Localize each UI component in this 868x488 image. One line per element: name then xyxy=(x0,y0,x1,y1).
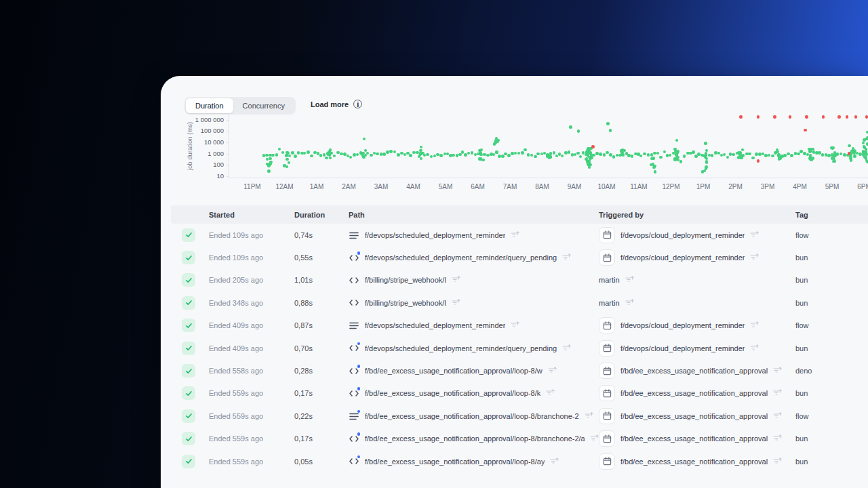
data-point[interactable] xyxy=(764,154,768,157)
data-point[interactable] xyxy=(843,153,846,157)
data-point[interactable] xyxy=(751,157,755,160)
table-row[interactable]: Ended 348s ago 0,88s f/billing/stripe_we… xyxy=(171,291,868,314)
data-point[interactable] xyxy=(810,148,813,151)
data-point[interactable] xyxy=(800,150,803,153)
path-link[interactable]: f/devops/scheduled_deployment_reminder xyxy=(365,231,505,239)
trigger-link[interactable]: f/bd/ee_excess_usage_notification_approv… xyxy=(620,389,768,397)
data-point[interactable] xyxy=(656,152,660,155)
data-point[interactable] xyxy=(669,154,672,157)
data-point[interactable] xyxy=(452,154,455,157)
table-row[interactable]: Ended 559s ago 0,17s f/bd/ee_excess_usag… xyxy=(171,428,868,450)
data-point[interactable] xyxy=(705,157,709,161)
data-point[interactable] xyxy=(517,152,521,155)
data-point[interactable] xyxy=(303,152,307,155)
data-point[interactable] xyxy=(853,155,856,158)
data-point[interactable] xyxy=(483,153,486,157)
data-point[interactable] xyxy=(568,150,571,154)
data-point[interactable] xyxy=(439,154,443,157)
data-point[interactable] xyxy=(420,146,423,149)
data-point[interactable] xyxy=(654,170,657,174)
data-point[interactable] xyxy=(386,150,389,154)
filter-icon[interactable] xyxy=(750,344,759,353)
filter-icon[interactable] xyxy=(452,298,460,308)
data-point[interactable] xyxy=(732,153,735,157)
data-point[interactable] xyxy=(409,154,412,157)
data-point[interactable] xyxy=(609,129,612,132)
data-point[interactable] xyxy=(676,150,679,153)
data-point[interactable] xyxy=(363,138,366,141)
filter-icon[interactable] xyxy=(562,253,571,262)
data-point[interactable] xyxy=(514,152,517,155)
data-point[interactable] xyxy=(643,152,646,156)
data-point[interactable] xyxy=(271,154,275,157)
data-point[interactable] xyxy=(389,150,393,153)
data-point[interactable] xyxy=(285,158,289,161)
data-point[interactable] xyxy=(486,154,490,157)
data-point[interactable] xyxy=(675,139,679,142)
data-point[interactable] xyxy=(281,151,285,155)
table-row[interactable]: Ended 559s ago 0,22s f/bd/ee_excess_usag… xyxy=(171,405,868,427)
filter-icon[interactable] xyxy=(773,366,782,375)
data-point[interactable] xyxy=(705,149,709,152)
error-data-point[interactable] xyxy=(773,115,776,119)
path-link[interactable]: f/billing/stripe_webhook/l xyxy=(365,276,446,284)
data-point[interactable] xyxy=(501,155,505,158)
data-point[interactable] xyxy=(653,165,656,168)
filter-icon[interactable] xyxy=(773,434,782,443)
data-point[interactable] xyxy=(288,161,291,165)
data-point[interactable] xyxy=(524,148,527,152)
data-point[interactable] xyxy=(599,152,602,156)
table-row[interactable]: Ended 109s ago 0,55s f/devops/scheduled_… xyxy=(171,246,868,268)
path-link[interactable]: f/devops/scheduled_deployment_reminder/q… xyxy=(365,344,557,352)
data-point[interactable] xyxy=(701,170,705,174)
filter-icon[interactable] xyxy=(625,275,634,285)
data-point[interactable] xyxy=(420,157,423,161)
data-point[interactable] xyxy=(294,155,297,158)
data-point[interactable] xyxy=(493,142,496,146)
data-point[interactable] xyxy=(328,150,331,154)
data-point[interactable] xyxy=(692,150,695,154)
data-point[interactable] xyxy=(705,167,708,170)
data-point[interactable] xyxy=(606,122,610,125)
filter-icon[interactable] xyxy=(590,434,599,443)
data-point[interactable] xyxy=(639,155,643,158)
filter-icon[interactable] xyxy=(773,457,782,466)
data-point[interactable] xyxy=(677,156,680,159)
data-point[interactable] xyxy=(778,157,781,161)
data-point[interactable] xyxy=(866,161,868,164)
data-point[interactable] xyxy=(783,154,787,157)
trigger-link[interactable]: f/bd/ee_excess_usage_notification_approv… xyxy=(620,434,768,443)
table-row[interactable]: Ended 409s ago 0,70s f/devops/scheduled_… xyxy=(171,337,868,359)
error-data-point[interactable] xyxy=(865,115,868,119)
data-point[interactable] xyxy=(288,155,292,158)
data-point[interactable] xyxy=(561,155,564,158)
data-point[interactable] xyxy=(840,152,843,156)
data-point[interactable] xyxy=(297,151,300,155)
error-data-point[interactable] xyxy=(837,115,841,119)
data-point[interactable] xyxy=(831,146,834,150)
path-link[interactable]: f/bd/ee_excess_usage_notification_approv… xyxy=(365,458,545,466)
data-point[interactable] xyxy=(498,155,501,158)
path-link[interactable]: f/billing/stripe_webhook/l xyxy=(365,299,446,307)
data-point[interactable] xyxy=(495,150,498,154)
path-link[interactable]: f/bd/ee_excess_usage_notification_approv… xyxy=(365,389,540,397)
data-point[interactable] xyxy=(426,153,429,157)
data-point[interactable] xyxy=(647,153,650,157)
filter-icon[interactable] xyxy=(750,253,759,262)
data-point[interactable] xyxy=(862,142,865,145)
data-point[interactable] xyxy=(285,165,289,169)
data-point[interactable] xyxy=(679,160,683,163)
error-data-point[interactable] xyxy=(804,129,807,132)
data-point[interactable] xyxy=(467,152,471,155)
data-point[interactable] xyxy=(265,154,269,157)
data-point[interactable] xyxy=(606,151,609,155)
data-point[interactable] xyxy=(480,148,484,152)
table-row[interactable]: Ended 205s ago 1,01s f/billing/stripe_we… xyxy=(171,269,868,291)
data-point[interactable] xyxy=(269,163,272,166)
table-row[interactable]: Ended 409s ago 0,87s f/devops/scheduled_… xyxy=(171,314,868,337)
trigger-link[interactable]: f/devops/cloud_deployment_reminder xyxy=(620,253,745,262)
error-data-point[interactable] xyxy=(757,159,760,163)
data-point[interactable] xyxy=(787,152,790,156)
error-data-point[interactable] xyxy=(846,115,849,119)
data-point[interactable] xyxy=(530,154,534,157)
